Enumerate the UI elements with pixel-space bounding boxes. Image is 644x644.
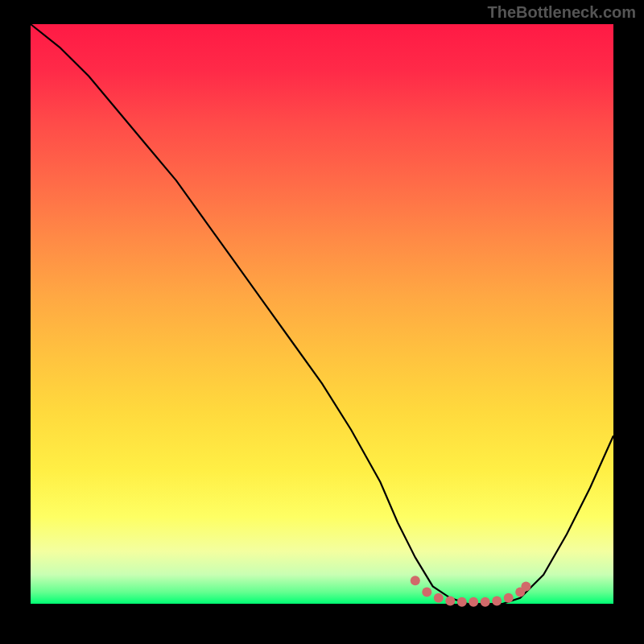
marker-dot [492,596,502,605]
plot-area [31,24,613,604]
marker-dot [411,576,420,585]
marker-dot [457,597,467,607]
chart-svg [31,24,613,604]
marker-dot [422,588,431,597]
marker-dot [445,596,455,605]
marker-dot [481,597,490,607]
bottleneck-curve [31,24,613,604]
marker-dot [504,593,514,603]
marker-dot [521,581,530,591]
marker-dot [469,597,478,607]
watermark-text: TheBottleneck.com [488,3,636,22]
marker-dot [434,593,444,603]
